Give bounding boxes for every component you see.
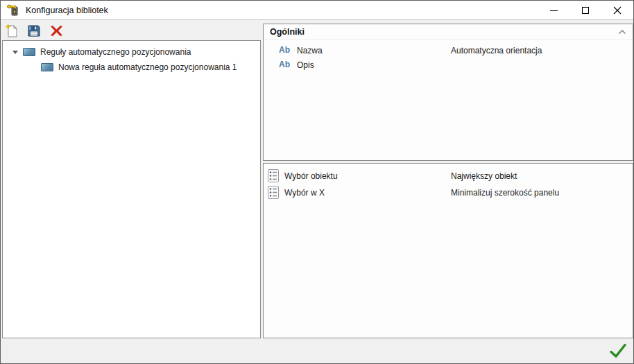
chevron-up-icon[interactable] xyxy=(618,29,626,35)
list-property-icon xyxy=(268,169,279,184)
rule-group-icon xyxy=(23,48,35,56)
property-label: Wybór obiektu xyxy=(284,171,338,181)
delete-button[interactable] xyxy=(49,23,64,38)
expander-icon[interactable] xyxy=(12,51,18,54)
delete-icon xyxy=(50,25,63,37)
minimize-icon xyxy=(550,10,558,11)
close-button[interactable] xyxy=(601,1,633,20)
general-properties-panel: Ogólniki Ab Nazwa Automatyczna orientacj… xyxy=(263,24,633,161)
tree-item-rule[interactable]: Nowa reguła automatycznego pozycjonowani… xyxy=(3,60,260,75)
titlebar: Konfiguracja bibliotek xyxy=(1,1,633,20)
maximize-icon xyxy=(582,7,589,14)
new-file-icon xyxy=(5,24,19,38)
property-row-name[interactable]: Ab Nazwa Automatyczna orientacja xyxy=(264,43,633,58)
library-tree-panel: Reguły automatycznego pozycjonowania Now… xyxy=(2,40,261,338)
window-controls xyxy=(538,1,633,20)
property-value[interactable]: Minimalizuj szerokość panelu xyxy=(451,188,559,198)
selection-properties-panel: Wybór obiektu Największy obiekt Wybór w … xyxy=(263,163,633,338)
close-icon xyxy=(613,6,622,15)
confirm-button[interactable] xyxy=(608,341,628,360)
footer-bar xyxy=(1,338,633,363)
property-row-description[interactable]: Ab Opis xyxy=(264,58,633,72)
rule-icon xyxy=(41,63,53,71)
check-icon xyxy=(609,343,627,359)
property-row-x-selection[interactable]: Wybór w X Minimalizuj szerokość panelu xyxy=(264,184,633,201)
minimize-button[interactable] xyxy=(538,1,569,20)
text-property-icon: Ab xyxy=(279,45,290,55)
selection-property-rows: Wybór obiektu Największy obiekt Wybór w … xyxy=(264,164,633,201)
maximize-button[interactable] xyxy=(569,1,601,20)
new-rule-button[interactable] xyxy=(4,23,19,38)
tree-item-label: Reguły automatycznego pozycjonowania xyxy=(40,47,191,57)
tree-item-rule-group[interactable]: Reguły automatycznego pozycjonowania xyxy=(3,44,260,60)
dialog-window: Konfiguracja bibliotek xyxy=(0,0,634,364)
property-label: Opis xyxy=(297,60,314,70)
property-label: Nazwa xyxy=(297,46,323,55)
save-button[interactable] xyxy=(26,23,42,38)
list-property-icon xyxy=(268,186,279,201)
property-label: Wybór w X xyxy=(284,188,325,198)
toolbar xyxy=(1,21,262,40)
property-value[interactable]: Automatyczna orientacja xyxy=(451,46,542,55)
key-library-icon xyxy=(7,4,20,16)
text-property-icon: Ab xyxy=(279,60,290,69)
general-group-header[interactable]: Ogólniki xyxy=(264,24,633,40)
group-header-label: Ogólniki xyxy=(270,27,305,37)
tree-item-label: Nowa reguła automatycznego pozycjonowani… xyxy=(58,62,237,72)
general-property-rows: Ab Nazwa Automatyczna orientacja Ab Opis xyxy=(264,40,633,72)
property-row-object-selection[interactable]: Wybór obiektu Największy obiekt xyxy=(264,168,633,184)
save-icon xyxy=(27,24,41,37)
property-value[interactable]: Największy obiekt xyxy=(451,171,517,181)
window-title: Konfiguracja bibliotek xyxy=(26,6,108,15)
